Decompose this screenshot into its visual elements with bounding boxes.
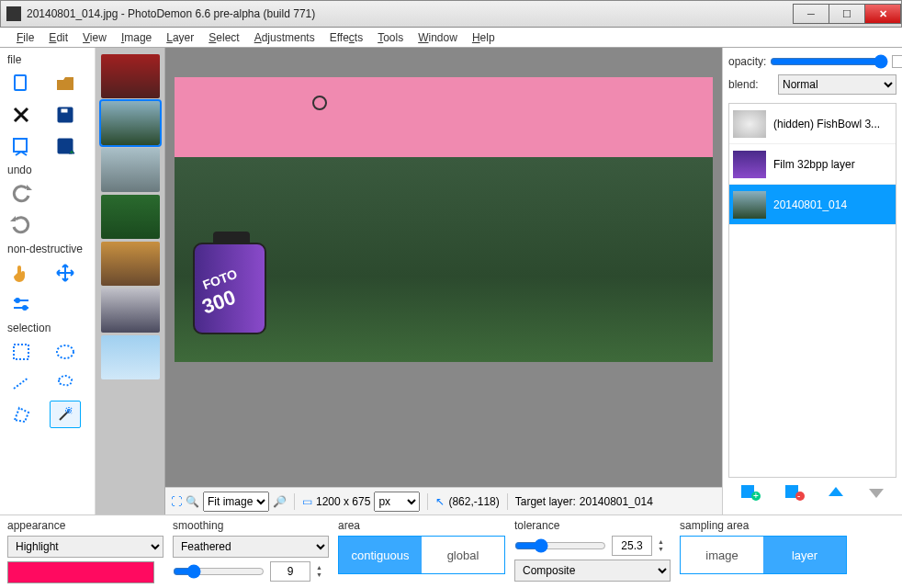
canvas-image: FOTO 300 <box>175 77 713 362</box>
opacity-label: opacity: <box>728 55 766 68</box>
sampling-image-button[interactable]: image <box>681 537 763 573</box>
thumb-6[interactable] <box>101 288 160 333</box>
svg-rect-2 <box>61 108 68 113</box>
dimensions-icon: ▭ <box>302 495 312 508</box>
tolerance-label: tolerance <box>514 519 671 532</box>
layer-item[interactable]: Film 32bpp layer <box>729 144 896 185</box>
canvas[interactable]: FOTO 300 <box>165 48 722 487</box>
new-file-button[interactable] <box>6 70 37 97</box>
close-button[interactable]: ✕ <box>864 4 901 24</box>
app-icon <box>6 6 21 21</box>
statusbar: ⛶ 🔍 Fit image 🔎 ▭ 1200 x 675 px ↖ (862,-… <box>165 487 722 514</box>
svg-rect-0 <box>15 75 26 90</box>
tolerance-value[interactable] <box>612 536 652 556</box>
fit-screen-icon[interactable]: ⛶ <box>171 495 182 508</box>
group-nondestructive-label: non-destructive <box>2 241 93 257</box>
opacity-slider[interactable] <box>770 54 888 69</box>
add-layer-button[interactable]: + <box>739 483 761 505</box>
titlebar: 20140801_014.jpg - PhotoDemon 6.6 pre-al… <box>0 0 902 28</box>
smoothing-amount[interactable] <box>270 561 310 582</box>
tolerance-mode-select[interactable]: Composite <box>514 560 671 582</box>
thumb-7[interactable] <box>101 335 160 379</box>
film-canister-icon: FOTO 300 <box>193 243 266 334</box>
menu-edit[interactable]: Edit <box>41 31 75 44</box>
menu-effects[interactable]: Effects <box>322 31 370 44</box>
layer-item[interactable]: 20140801_014 <box>729 185 896 225</box>
thumb-2[interactable] <box>101 101 160 145</box>
menu-window[interactable]: Window <box>411 31 465 44</box>
menu-select[interactable]: Select <box>201 31 246 44</box>
menu-file[interactable]: File <box>9 31 41 44</box>
menu-help[interactable]: Help <box>465 31 502 44</box>
zoom-select[interactable]: Fit image <box>203 492 269 512</box>
move-tool[interactable] <box>50 259 81 287</box>
document-thumbnails <box>96 48 165 514</box>
menu-image[interactable]: Image <box>114 31 159 44</box>
wand-select-tool[interactable] <box>50 401 81 428</box>
maximize-button[interactable]: ☐ <box>829 4 865 24</box>
thumb-3[interactable] <box>101 148 160 192</box>
opacity-value[interactable] <box>892 55 902 68</box>
layer-panel: opacity: ▲▼ blend: Normal (hidden) FishB… <box>722 48 902 514</box>
thumb-1[interactable] <box>101 54 160 98</box>
group-file-label: file <box>2 51 93 68</box>
blend-select[interactable]: Normal <box>778 74 896 95</box>
redo-button[interactable] <box>6 211 37 239</box>
area-global-button[interactable]: global <box>422 537 504 573</box>
undo-button[interactable] <box>6 180 37 208</box>
toolbox: file undo non-destructive selection <box>0 48 96 514</box>
blend-label: blend: <box>728 78 774 91</box>
layer-thumb-icon <box>733 110 766 138</box>
minimize-button[interactable]: ─ <box>793 4 829 24</box>
thumb-5[interactable] <box>101 242 160 286</box>
rect-select-tool[interactable] <box>6 338 37 366</box>
tolerance-spinner[interactable]: ▲▼ <box>658 538 664 553</box>
appearance-select[interactable]: Highlight <box>7 536 163 558</box>
target-layer-value: 20140801_014 <box>580 495 653 508</box>
smoothing-select[interactable]: Feathered <box>173 536 329 558</box>
smoothing-slider[interactable] <box>173 564 265 579</box>
svg-point-8 <box>57 345 73 358</box>
open-folder-button[interactable] <box>50 70 81 97</box>
units-select[interactable]: px <box>374 492 420 512</box>
tolerance-slider[interactable] <box>514 538 606 553</box>
svg-point-5 <box>16 299 19 302</box>
smoothing-spinner[interactable]: ▲▼ <box>316 564 322 579</box>
poly-select-tool[interactable] <box>6 401 37 428</box>
layer-item[interactable]: (hidden) FishBowl 3... <box>729 104 896 144</box>
menu-adjustments[interactable]: Adjustments <box>247 31 322 44</box>
target-layer-label: Target layer: <box>515 495 576 508</box>
thumb-4[interactable] <box>101 195 160 239</box>
save-button[interactable] <box>50 101 81 129</box>
appearance-color[interactable] <box>7 561 154 583</box>
brush-cursor-icon <box>312 96 327 110</box>
menu-view[interactable]: View <box>75 31 114 44</box>
content: file undo non-destructive selection <box>0 48 902 514</box>
area-toggle: contiguous global <box>338 536 505 574</box>
smoothing-label: smoothing <box>173 519 329 532</box>
close-file-button[interactable] <box>6 101 37 129</box>
svg-rect-3 <box>14 139 27 152</box>
zoom-out-icon[interactable]: 🔍 <box>186 495 199 508</box>
layer-up-button[interactable] <box>827 483 845 505</box>
delete-layer-button[interactable]: - <box>784 483 806 505</box>
cursor-value: (862,-118) <box>448 495 499 508</box>
export-button[interactable] <box>6 132 37 160</box>
lasso-select-tool[interactable] <box>50 369 81 397</box>
group-undo-label: undo <box>2 162 93 178</box>
layer-thumb-icon <box>733 191 766 219</box>
menu-layer[interactable]: Layer <box>159 31 201 44</box>
ellipse-select-tool[interactable] <box>50 338 81 366</box>
hand-tool[interactable] <box>6 259 37 287</box>
sampling-layer-button[interactable]: layer <box>763 537 846 573</box>
zoom-in-icon[interactable]: 🔎 <box>273 495 287 508</box>
menubar: File Edit View Image Layer Select Adjust… <box>0 28 902 48</box>
save-as-button[interactable] <box>50 132 81 160</box>
sampling-toggle: image layer <box>680 536 847 574</box>
levels-tool[interactable] <box>6 290 37 318</box>
area-contiguous-button[interactable]: contiguous <box>339 537 422 573</box>
layer-down-button[interactable] <box>867 483 885 505</box>
dimensions-value: 1200 x 675 <box>316 495 370 508</box>
line-select-tool[interactable] <box>6 369 37 397</box>
menu-tools[interactable]: Tools <box>370 31 411 44</box>
